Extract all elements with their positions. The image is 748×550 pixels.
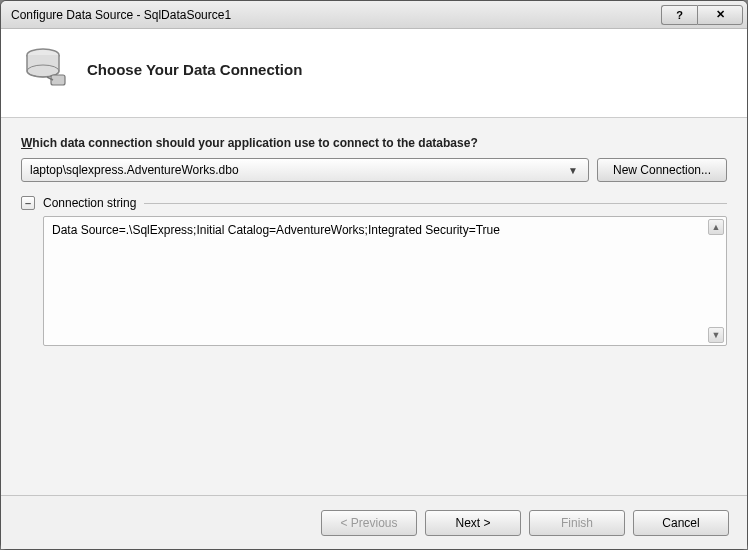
separator-line	[144, 203, 727, 204]
titlebar: Configure Data Source - SqlDataSource1 ?…	[1, 1, 747, 29]
wizard-footer: < Previous Next > Finish Cancel	[1, 495, 747, 549]
help-button[interactable]: ?	[661, 5, 697, 25]
chevron-down-icon: ▼	[564, 165, 582, 176]
scroll-up-icon[interactable]: ▲	[708, 219, 724, 235]
prompt-text: Which data connection should your applic…	[21, 136, 727, 150]
connection-dropdown-value: laptop\sqlexpress.AdventureWorks.dbo	[30, 163, 564, 177]
connection-string-label: Connection string	[43, 196, 136, 210]
finish-button: Finish	[529, 510, 625, 536]
new-connection-button[interactable]: New Connection...	[597, 158, 727, 182]
svg-rect-2	[51, 75, 65, 85]
previous-button: < Previous	[321, 510, 417, 536]
window-title: Configure Data Source - SqlDataSource1	[11, 8, 661, 22]
titlebar-buttons: ? ✕	[661, 5, 743, 25]
dialog-window: Configure Data Source - SqlDataSource1 ?…	[0, 0, 748, 550]
database-icon	[21, 47, 69, 91]
next-button[interactable]: Next >	[425, 510, 521, 536]
scroll-down-icon[interactable]: ▼	[708, 327, 724, 343]
connection-row: laptop\sqlexpress.AdventureWorks.dbo ▼ N…	[21, 158, 727, 182]
collapse-toggle[interactable]: –	[21, 196, 35, 210]
connection-dropdown[interactable]: laptop\sqlexpress.AdventureWorks.dbo ▼	[21, 158, 589, 182]
connection-string-value: Data Source=.\SqlExpress;Initial Catalog…	[52, 223, 500, 237]
content-area: Which data connection should your applic…	[1, 118, 747, 495]
close-button[interactable]: ✕	[697, 5, 743, 25]
wizard-step-title: Choose Your Data Connection	[87, 61, 302, 78]
connection-string-textbox[interactable]: Data Source=.\SqlExpress;Initial Catalog…	[43, 216, 727, 346]
connection-string-expander: – Connection string	[21, 196, 727, 210]
wizard-header: Choose Your Data Connection	[1, 29, 747, 118]
cancel-button[interactable]: Cancel	[633, 510, 729, 536]
